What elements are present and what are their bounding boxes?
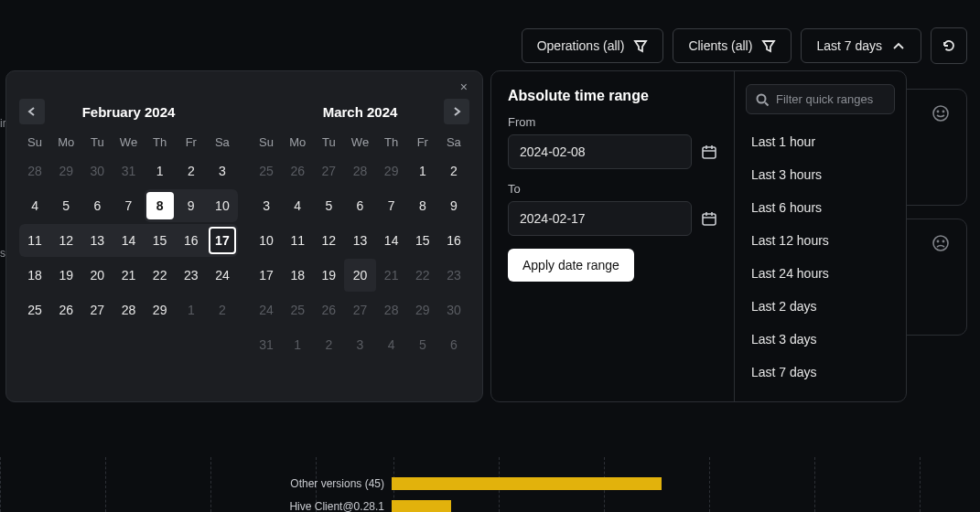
calendar-day[interactable]: 17 <box>251 259 282 292</box>
calendar-icon[interactable] <box>701 144 717 160</box>
calendar-day[interactable]: 11 <box>282 224 313 257</box>
calendar-day[interactable]: 7 <box>376 189 407 222</box>
apply-button[interactable]: Apply date range <box>508 249 634 282</box>
quick-range-item[interactable]: Last 24 hours <box>746 257 895 290</box>
refresh-button[interactable] <box>931 27 967 64</box>
calendar-day[interactable]: 2 <box>313 328 344 361</box>
calendar-day[interactable]: 18 <box>282 259 313 292</box>
calendar-day[interactable]: 13 <box>81 224 113 257</box>
calendar-day[interactable]: 12 <box>50 224 81 257</box>
calendar-day[interactable]: 27 <box>344 293 375 326</box>
calendar-day[interactable]: 29 <box>145 293 176 326</box>
calendar-day[interactable]: 20 <box>344 259 375 292</box>
range-filter[interactable]: Last 7 days <box>801 28 921 63</box>
calendar-day[interactable]: 11 <box>19 224 50 257</box>
quick-search[interactable] <box>746 84 895 114</box>
calendar-day[interactable]: 26 <box>282 155 313 187</box>
calendar-day[interactable]: 26 <box>50 293 81 326</box>
calendar-icon[interactable] <box>701 210 717 227</box>
calendar-day[interactable]: 31 <box>251 328 282 361</box>
calendar-day[interactable]: 23 <box>438 259 469 292</box>
calendar-day[interactable]: 6 <box>344 189 375 222</box>
operations-filter[interactable]: Operations (all) <box>522 28 664 63</box>
quick-range-item[interactable]: Last 3 hours <box>746 158 895 191</box>
calendar-day[interactable]: 2 <box>438 155 469 187</box>
calendar-day[interactable]: 8 <box>407 189 438 222</box>
calendar-day[interactable]: 25 <box>19 293 50 326</box>
quick-range-item[interactable]: Last 2 days <box>746 290 895 323</box>
calendar-day[interactable]: 15 <box>145 224 176 257</box>
calendar-day[interactable]: 2 <box>207 293 238 326</box>
calendar-day[interactable]: 24 <box>207 259 238 292</box>
calendar-day[interactable]: 28 <box>344 155 375 187</box>
prev-month-button[interactable] <box>19 99 45 124</box>
calendar-day[interactable]: 23 <box>176 259 207 292</box>
calendar-day[interactable]: 31 <box>113 155 144 187</box>
calendar-day[interactable]: 28 <box>19 155 50 187</box>
calendar-day[interactable]: 22 <box>145 259 176 292</box>
calendar-day[interactable]: 9 <box>176 189 207 222</box>
calendar-day[interactable]: 12 <box>313 224 344 257</box>
calendar-day[interactable]: 19 <box>50 259 81 292</box>
close-icon[interactable]: × <box>458 79 469 95</box>
calendar-day[interactable]: 20 <box>81 259 113 292</box>
calendar-day[interactable]: 3 <box>207 155 238 187</box>
calendar-day[interactable]: 3 <box>251 189 282 222</box>
calendar-day[interactable]: 22 <box>407 259 438 292</box>
chart-bar[interactable] <box>392 477 662 490</box>
calendar-day[interactable]: 30 <box>81 155 113 187</box>
calendar-day[interactable]: 5 <box>50 189 81 222</box>
calendar-day[interactable]: 30 <box>438 293 469 326</box>
calendar-day[interactable]: 21 <box>113 259 144 292</box>
calendar-day[interactable]: 21 <box>376 259 407 292</box>
calendar-day[interactable]: 1 <box>145 155 176 187</box>
calendar-day[interactable]: 6 <box>81 189 113 222</box>
calendar-day[interactable]: 29 <box>50 155 81 187</box>
calendar-day[interactable]: 29 <box>407 293 438 326</box>
calendar-day[interactable]: 27 <box>81 293 113 326</box>
quick-range-item[interactable]: Last 3 days <box>746 323 895 356</box>
calendar-day[interactable]: 14 <box>376 224 407 257</box>
calendar-day[interactable]: 9 <box>438 189 469 222</box>
calendar-day[interactable]: 2 <box>176 155 207 187</box>
calendar-day[interactable]: 5 <box>407 328 438 361</box>
to-input[interactable] <box>508 201 692 236</box>
calendar-day[interactable]: 7 <box>113 189 144 222</box>
calendar-day[interactable]: 13 <box>344 224 375 257</box>
calendar-day[interactable]: 16 <box>438 224 469 257</box>
calendar-day[interactable]: 1 <box>176 293 207 326</box>
calendar-day[interactable]: 4 <box>376 328 407 361</box>
calendar-day[interactable]: 25 <box>251 155 282 187</box>
calendar-day[interactable]: 1 <box>282 328 313 361</box>
calendar-day[interactable]: 6 <box>438 328 469 361</box>
quick-range-item[interactable]: Last 6 hours <box>746 191 895 224</box>
calendar-day[interactable]: 4 <box>19 189 50 222</box>
calendar-day[interactable]: 18 <box>19 259 50 292</box>
calendar-day[interactable]: 3 <box>344 328 375 361</box>
calendar-day[interactable]: 1 <box>407 155 438 187</box>
calendar-day[interactable]: 24 <box>251 293 282 326</box>
quick-search-input[interactable] <box>776 92 885 106</box>
clients-filter[interactable]: Clients (all) <box>673 28 792 63</box>
calendar-day[interactable]: 28 <box>376 293 407 326</box>
quick-range-item[interactable]: Last 7 days <box>746 356 895 389</box>
calendar-day[interactable]: 26 <box>313 293 344 326</box>
calendar-day[interactable]: 16 <box>176 224 207 257</box>
calendar-day[interactable]: 4 <box>282 189 313 222</box>
calendar-day[interactable]: 25 <box>282 293 313 326</box>
calendar-day[interactable]: 27 <box>313 155 344 187</box>
chart-bar[interactable] <box>392 500 451 512</box>
calendar-day[interactable]: 28 <box>113 293 144 326</box>
calendar-day[interactable]: 19 <box>313 259 344 292</box>
calendar-day[interactable]: 29 <box>376 155 407 187</box>
quick-range-item[interactable]: Last 1 hour <box>746 125 895 158</box>
calendar-day[interactable]: 10 <box>207 189 238 222</box>
quick-range-item[interactable]: Last 12 hours <box>746 224 895 257</box>
calendar-day[interactable]: 14 <box>113 224 144 257</box>
calendar-day[interactable]: 15 <box>407 224 438 257</box>
next-month-button[interactable] <box>444 99 469 124</box>
calendar-day[interactable]: 8 <box>145 189 176 222</box>
from-input[interactable] <box>508 134 692 169</box>
calendar-day[interactable]: 17 <box>207 224 238 257</box>
calendar-day[interactable]: 5 <box>313 189 344 222</box>
